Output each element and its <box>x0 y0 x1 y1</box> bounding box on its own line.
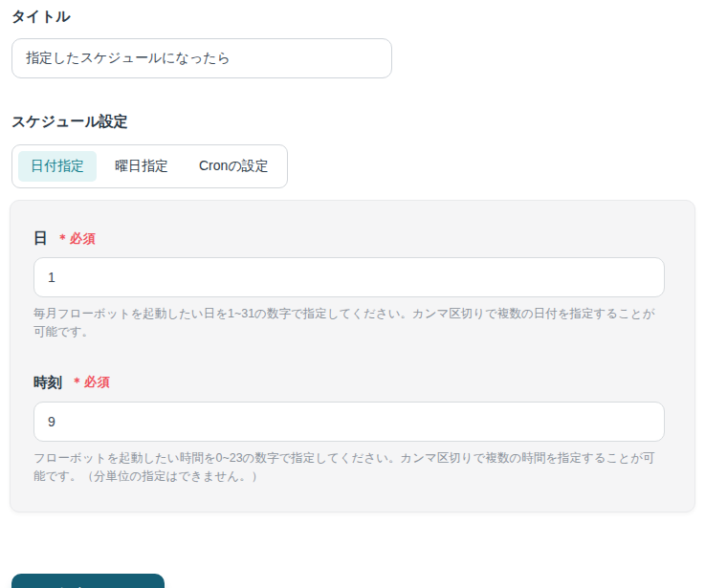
day-label-row: 日 ＊必須 <box>33 229 663 248</box>
time-label: 時刻 <box>33 374 62 392</box>
schedule-trigger-settings-page: タイトル スケジュール設定 日付指定 曜日指定 Cronの設定 日 ＊必須 毎月… <box>0 0 705 588</box>
time-help-text: フローボットを起動したい時間を0~23の数字で指定してください。カンマ区切りで複… <box>33 449 663 487</box>
save-button[interactable]: 保存する <box>11 574 165 588</box>
day-required-badge: ＊必須 <box>56 230 97 248</box>
time-field-group: 時刻 ＊必須 フローボットを起動したい時間を0~23の数字で指定してください。カ… <box>33 374 663 487</box>
schedule-settings-label: スケジュール設定 <box>11 113 695 131</box>
time-label-row: 時刻 ＊必須 <box>33 374 663 392</box>
day-help-text: 毎月フローボットを起動したい日を1~31の数字で指定してください。カンマ区切りで… <box>33 305 663 342</box>
title-input[interactable] <box>11 38 392 78</box>
title-label: タイトル <box>11 8 695 26</box>
tab-weekday-specify[interactable]: 曜日指定 <box>102 151 181 182</box>
day-input[interactable] <box>33 257 665 297</box>
day-field-group: 日 ＊必須 毎月フローボットを起動したい日を1~31の数字で指定してください。カ… <box>33 229 663 342</box>
date-schedule-panel: 日 ＊必須 毎月フローボットを起動したい日を1~31の数字で指定してください。カ… <box>10 200 695 512</box>
tab-cron-settings[interactable]: Cronの設定 <box>187 151 281 182</box>
time-input[interactable] <box>33 402 665 442</box>
tab-date-specify[interactable]: 日付指定 <box>18 151 97 182</box>
time-required-badge: ＊必須 <box>71 374 111 391</box>
day-label: 日 <box>33 229 48 248</box>
schedule-tab-group: 日付指定 曜日指定 Cronの設定 <box>11 144 288 188</box>
